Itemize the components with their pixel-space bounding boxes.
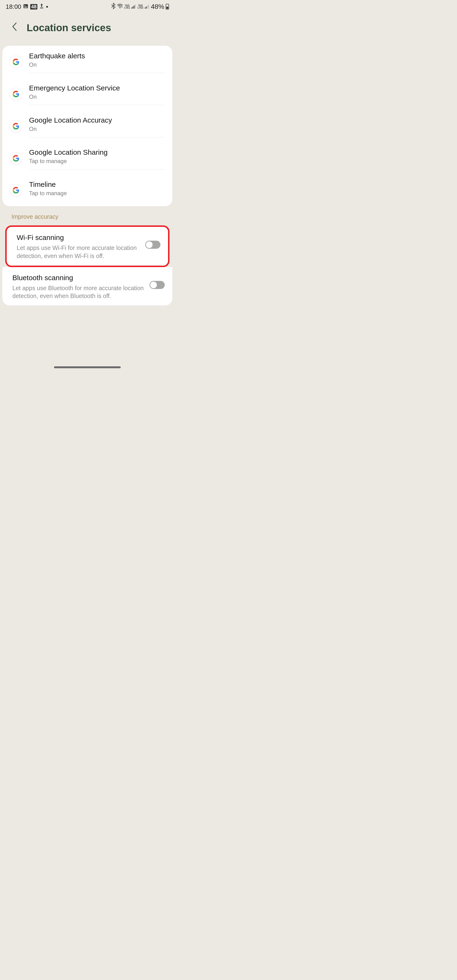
wifi-scanning-description: Let apps use Wi-Fi for more accurate loc…: [17, 244, 140, 260]
bluetooth-scanning-toggle[interactable]: [150, 281, 165, 289]
row-subtitle: Tap to manage: [29, 190, 165, 197]
svg-rect-8: [145, 7, 145, 9]
battery-percentage: 48%: [151, 3, 164, 11]
svg-point-1: [24, 5, 25, 6]
wifi-icon: [117, 3, 123, 10]
google-icon: [10, 88, 22, 100]
wifi-scanning-toggle[interactable]: [145, 241, 161, 249]
row-title: Google Location Accuracy: [29, 116, 165, 124]
row-location-sharing[interactable]: Google Location Sharing Tap to manage: [2, 142, 172, 174]
upload-icon: [39, 3, 44, 10]
row-subtitle: Tap to manage: [29, 158, 165, 164]
row-title: Emergency Location Service: [29, 84, 165, 92]
bluetooth-scanning-description: Let apps use Bluetooth for more accurate…: [13, 284, 145, 301]
battery-icon: [166, 4, 169, 10]
page-title: Location services: [27, 22, 111, 33]
highlight-box: Wi-Fi scanning Let apps use Wi-Fi for mo…: [5, 226, 169, 267]
svg-rect-11: [148, 5, 149, 9]
row-subtitle: On: [29, 61, 165, 68]
row-subtitle: On: [29, 94, 165, 100]
wifi-scanning-title: Wi-Fi scanning: [17, 234, 140, 242]
svg-rect-9: [146, 6, 146, 9]
signal-bars-1-icon: [131, 3, 136, 10]
google-services-card: Earthquake alerts On Emergency Location …: [2, 46, 172, 206]
navigation-handle[interactable]: [54, 366, 121, 368]
svg-point-3: [119, 7, 121, 8]
bluetooth-icon: [111, 3, 115, 11]
row-title: Timeline: [29, 180, 165, 189]
lte2-label: Vo))LTE2: [138, 4, 143, 9]
row-emergency-location[interactable]: Emergency Location Service On: [2, 78, 172, 110]
svg-rect-2: [40, 8, 43, 8]
svg-rect-5: [132, 6, 133, 9]
bluetooth-scanning-title: Bluetooth scanning: [13, 274, 145, 282]
google-icon: [10, 120, 22, 133]
status-bar: 18:00 48 • Vo))LTE1 Vo))LT: [0, 0, 175, 13]
row-timeline[interactable]: Timeline Tap to manage: [2, 174, 172, 206]
clock: 18:00: [6, 3, 21, 11]
row-location-accuracy[interactable]: Google Location Accuracy On: [2, 110, 172, 142]
google-icon: [10, 56, 22, 68]
gallery-icon: [23, 3, 28, 11]
back-button[interactable]: [11, 22, 17, 34]
google-icon: [10, 184, 22, 197]
row-bluetooth-scanning[interactable]: Bluetooth scanning Let apps use Bluetoot…: [2, 267, 172, 305]
svg-rect-0: [24, 4, 28, 8]
row-wifi-scanning[interactable]: Wi-Fi scanning Let apps use Wi-Fi for mo…: [7, 227, 168, 266]
signal-bars-2-icon: [145, 3, 150, 10]
svg-rect-10: [147, 5, 148, 9]
notification-count-badge: 48: [30, 4, 37, 10]
lte1-label: Vo))LTE1: [124, 4, 130, 9]
row-subtitle: On: [29, 126, 165, 132]
section-header-improve-accuracy: Improve accuracy: [0, 206, 175, 226]
google-icon: [10, 152, 22, 165]
svg-rect-4: [131, 7, 132, 9]
row-title: Google Location Sharing: [29, 148, 165, 156]
row-earthquake-alerts[interactable]: Earthquake alerts On: [2, 46, 172, 78]
row-title: Earthquake alerts: [29, 52, 165, 60]
more-notifications-dot: •: [46, 3, 48, 11]
svg-rect-7: [135, 5, 136, 9]
svg-rect-6: [134, 5, 134, 9]
